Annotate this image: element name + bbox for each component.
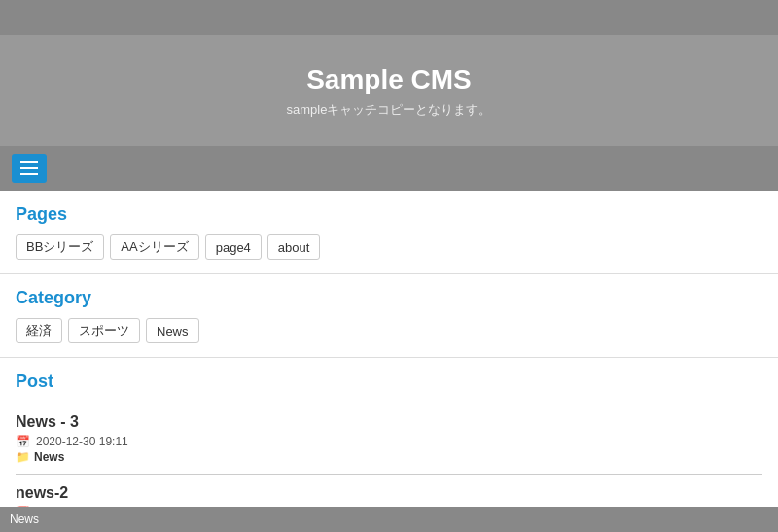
page-tag[interactable]: page4 (205, 234, 262, 260)
post-title[interactable]: news-2 (16, 484, 762, 502)
category-tag[interactable]: 経済 (16, 318, 62, 343)
category-tag-list: 経済スポーツNews (16, 318, 762, 343)
post-date-value: 2020-12-30 19:11 (36, 435, 128, 448)
post-category: 📁 News (16, 450, 762, 464)
calendar-icon: 📅 (16, 435, 30, 448)
post-title[interactable]: News - 3 (16, 413, 762, 431)
pages-title: Pages (16, 204, 762, 225)
post-date: 📅 2020-12-30 19:11 (16, 435, 762, 448)
pages-section: Pages BBシリーズAAシリーズpage4about (0, 191, 778, 274)
hero-section: Sample CMS sampleキャッチコピーとなります。 (0, 35, 778, 146)
post-section-title: Post (16, 372, 762, 392)
hamburger-line2 (20, 167, 38, 169)
category-tag[interactable]: スポーツ (68, 318, 140, 343)
category-section: Category 経済スポーツNews (0, 274, 778, 358)
page-tag[interactable]: AAシリーズ (110, 234, 198, 260)
topbar (0, 0, 778, 35)
folder-icon: 📁 (16, 450, 30, 464)
hamburger-button[interactable] (12, 154, 47, 183)
post-item: News - 3 📅 2020-12-30 19:11 📁 News (16, 404, 762, 475)
post-category-value: News (34, 450, 64, 464)
hamburger-line3 (20, 173, 38, 175)
hamburger-line1 (20, 161, 38, 163)
category-title: Category (16, 288, 762, 308)
main-content: Pages BBシリーズAAシリーズpage4about Category 経済… (0, 191, 778, 532)
pages-tag-list: BBシリーズAAシリーズpage4about (16, 234, 762, 260)
page-tag[interactable]: about (267, 234, 321, 260)
footer: News (0, 507, 778, 532)
page-tag[interactable]: BBシリーズ (16, 234, 104, 260)
category-tag[interactable]: News (146, 318, 199, 343)
subnav (0, 146, 778, 191)
site-title: Sample CMS (0, 64, 778, 95)
footer-text: News (10, 513, 39, 526)
site-subtitle: sampleキャッチコピーとなります。 (0, 101, 778, 119)
